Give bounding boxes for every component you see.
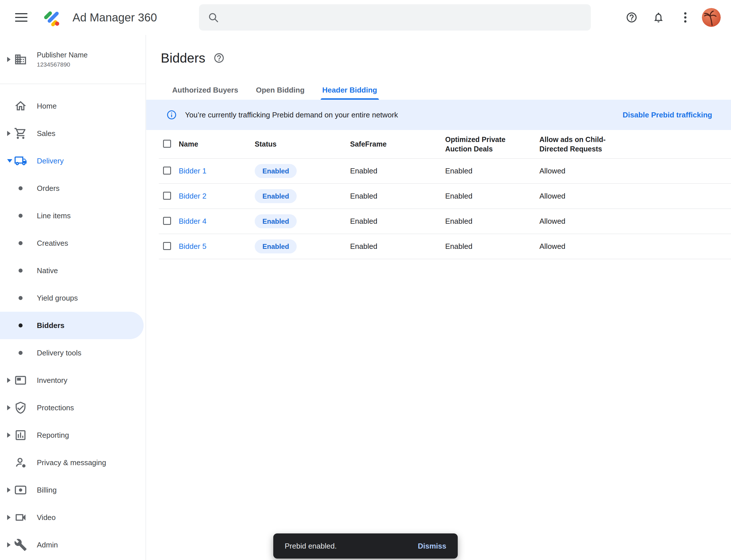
row-checkbox[interactable] [163, 167, 171, 175]
search-bar[interactable] [199, 4, 591, 31]
sidebar-item-label: Billing [37, 486, 57, 495]
sidebar-item-creatives[interactable]: Creatives [0, 229, 146, 257]
safeframe-value: Enabled [350, 217, 445, 226]
sidebar-item-bidders[interactable]: Bidders [0, 312, 144, 339]
private-auction-value: Enabled [445, 217, 539, 226]
sidebar-item-label: Yield groups [37, 294, 78, 303]
bidder-link[interactable]: Bidder 4 [179, 217, 207, 225]
sidebar-item-delivery-tools[interactable]: Delivery tools [0, 339, 146, 367]
row-checkbox[interactable] [163, 242, 171, 250]
ad-manager-logo [43, 7, 63, 27]
chevron-right-icon [7, 378, 11, 383]
sidebar-item-label: Reporting [37, 431, 69, 440]
building-icon [14, 53, 27, 66]
column-header-private-auction: Optimized Private Auction Deals [445, 135, 519, 153]
child-directed-value: Allowed [539, 192, 731, 201]
bullet-icon [19, 296, 23, 300]
search-icon [208, 12, 219, 23]
child-directed-value: Allowed [539, 242, 731, 251]
sidebar-item-reporting[interactable]: Reporting [0, 421, 146, 449]
payment-card-icon [14, 483, 27, 497]
sidebar-item-label: Orders [37, 184, 59, 193]
ad-unit-icon [14, 374, 27, 387]
sidebar-item-protections[interactable]: Protections [0, 394, 146, 421]
page-title: Bidders [161, 50, 205, 66]
bullet-icon [19, 214, 23, 218]
publisher-selector[interactable]: Publisher Name 1234567890 [0, 35, 146, 84]
snackbar: Prebid enabled. Dismiss [273, 533, 458, 559]
bidder-link[interactable]: Bidder 5 [179, 242, 207, 251]
help-circle-icon[interactable] [213, 52, 225, 64]
sidebar-item-label: Inventory [37, 376, 67, 385]
bullet-icon [19, 351, 23, 355]
bidder-link[interactable]: Bidder 2 [179, 192, 207, 200]
sidebar-item-label: Line items [37, 211, 71, 220]
sidebar-item-orders[interactable]: Orders [0, 175, 146, 202]
table-row: Bidder 4 Enabled Enabled Enabled Allowed [159, 209, 731, 234]
dismiss-button[interactable]: Dismiss [411, 537, 453, 555]
video-camera-icon [14, 511, 27, 524]
disable-prebid-trafficking-link[interactable]: Disable Prebid trafficking [622, 111, 712, 119]
sidebar-item-home[interactable]: Home [0, 92, 146, 120]
status-badge: Enabled [255, 164, 297, 178]
search-input[interactable] [226, 13, 582, 22]
private-auction-value: Enabled [445, 167, 539, 175]
info-circle-icon [166, 109, 177, 120]
sidebar-item-label: Creatives [37, 239, 68, 248]
sidebar-item-label: Bidders [37, 321, 65, 330]
chevron-right-icon [7, 487, 11, 493]
app-title: Ad Manager 360 [73, 11, 157, 24]
column-header-safeframe: SafeFrame [350, 139, 445, 149]
sidebar-item-video[interactable]: Video [0, 504, 146, 531]
menu-icon[interactable] [11, 7, 31, 28]
table-row: Bidder 2 Enabled Enabled Enabled Allowed [159, 184, 731, 209]
sidebar-item-label: Protections [37, 403, 74, 412]
bullet-icon [19, 241, 23, 245]
sidebar: Publisher Name 1234567890 Home Sales Del… [0, 35, 146, 560]
sidebar-item-admin[interactable]: Admin [0, 531, 146, 559]
notifications-bell-icon[interactable] [648, 7, 669, 28]
snackbar-message: Prebid enabled. [285, 542, 337, 551]
select-all-checkbox[interactable] [163, 140, 171, 148]
main-content: Bidders Authorized Buyers Open Bidding H… [146, 35, 731, 560]
status-badge: Enabled [255, 239, 297, 253]
tab-header-bidding[interactable]: Header Bidding [318, 81, 382, 100]
info-banner: You’re currently trafficking Prebid dema… [146, 100, 731, 130]
sidebar-item-privacy-messaging[interactable]: Privacy & messaging [0, 449, 146, 476]
sidebar-item-native[interactable]: Native [0, 257, 146, 284]
banner-message: You’re currently trafficking Prebid dema… [185, 111, 398, 119]
sidebar-item-inventory[interactable]: Inventory [0, 367, 146, 394]
row-checkbox[interactable] [163, 192, 171, 200]
sidebar-nav: Home Sales Delivery Orders Line items C [0, 84, 146, 559]
safeframe-value: Enabled [350, 242, 445, 251]
status-badge: Enabled [255, 189, 297, 203]
tab-open-bidding[interactable]: Open Bidding [251, 81, 309, 100]
sidebar-item-label: Delivery tools [37, 349, 81, 357]
chevron-down-icon [7, 159, 12, 163]
table-row: Bidder 5 Enabled Enabled Enabled Allowed [159, 234, 731, 259]
tab-authorized-buyers[interactable]: Authorized Buyers [168, 81, 243, 100]
sidebar-item-yield-groups[interactable]: Yield groups [0, 284, 146, 312]
sidebar-item-line-items[interactable]: Line items [0, 202, 146, 229]
avatar[interactable] [702, 8, 721, 27]
chevron-right-icon [7, 57, 11, 62]
sidebar-item-sales[interactable]: Sales [0, 120, 146, 147]
bullet-icon [19, 186, 23, 190]
person-badge-icon [14, 456, 27, 469]
help-icon[interactable] [621, 7, 642, 28]
sidebar-item-delivery[interactable]: Delivery [0, 147, 146, 175]
column-header-status: Status [255, 139, 350, 149]
sidebar-item-label: Video [37, 513, 56, 522]
bidder-link[interactable]: Bidder 1 [179, 167, 207, 175]
child-directed-value: Allowed [539, 167, 731, 175]
publisher-id: 1234567890 [37, 61, 146, 68]
row-checkbox[interactable] [163, 217, 171, 225]
wrench-icon [14, 538, 27, 551]
safeframe-value: Enabled [350, 167, 445, 175]
tab-bar: Authorized Buyers Open Bidding Header Bi… [168, 81, 731, 100]
more-options-icon[interactable] [675, 7, 696, 28]
column-header-child-directed: Allow ads on Child-Directed Requests [539, 135, 634, 153]
publisher-name: Publisher Name [37, 51, 146, 59]
sidebar-item-billing[interactable]: Billing [0, 476, 146, 504]
table-header-row: Name Status SafeFrame Optimized Private … [159, 130, 731, 159]
